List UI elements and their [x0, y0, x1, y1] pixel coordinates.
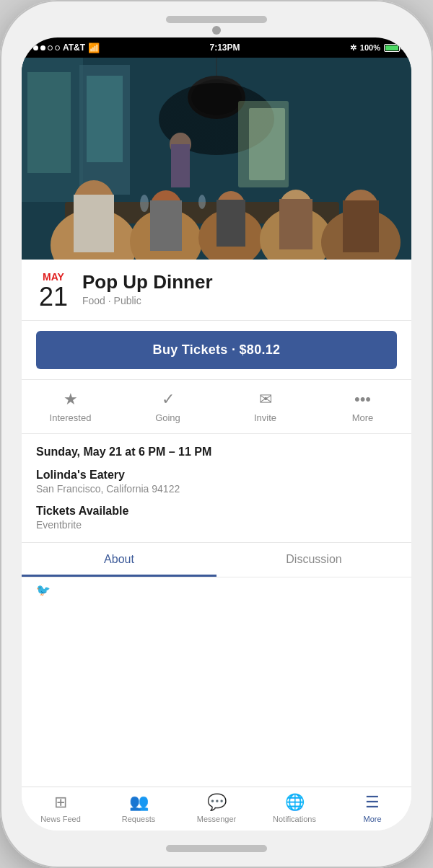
status-bar: AT&T 📶 7:13PM ✲ 100% [22, 37, 411, 58]
messenger-icon: 💬 [207, 793, 227, 812]
dot3 [48, 45, 53, 50]
dot1 [33, 45, 38, 50]
notifications-label: Notifications [273, 815, 316, 823]
event-header: MAY 21 Pop Up Dinner Food · Public [22, 260, 411, 321]
event-location: Lolinda's Eatery San Francisco, Californ… [36, 469, 397, 495]
tickets-provider: Eventbrite [36, 519, 397, 531]
messenger-label: Messenger [197, 815, 236, 823]
status-left: AT&T 📶 [33, 43, 100, 53]
tab-about[interactable]: About [22, 543, 216, 577]
more-actions-label: More [352, 412, 374, 423]
more-icon: ☰ [365, 793, 380, 812]
battery-fill [385, 45, 398, 50]
status-right: ✲ 100% [350, 43, 400, 53]
event-meta: Food · Public [82, 295, 397, 306]
event-date-block: MAY 21 [36, 271, 71, 311]
nav-requests[interactable]: 👥 Requests [110, 793, 167, 823]
ellipsis-icon: ••• [354, 390, 371, 409]
phone-top-bar [166, 16, 267, 23]
event-info: Pop Up Dinner Food · Public [82, 271, 397, 306]
invite-label: Invite [254, 412, 276, 423]
event-day: 21 [36, 283, 71, 311]
nav-notifications[interactable]: 🌐 Notifications [266, 793, 323, 823]
tickets-title: Tickets Available [36, 505, 397, 518]
notifications-icon: 🌐 [285, 793, 305, 812]
event-month: MAY [36, 271, 71, 283]
event-content[interactable]: MAY 21 Pop Up Dinner Food · Public Buy T… [22, 260, 411, 787]
signal-dots [33, 45, 60, 50]
envelope-icon: ✉ [259, 390, 272, 409]
restaurant-scene-svg [22, 58, 411, 260]
bird-decoration: 🐦 [22, 577, 411, 597]
more-actions-button[interactable]: ••• More [334, 390, 392, 423]
event-tickets: Tickets Available Eventbrite [36, 505, 397, 531]
check-icon: ✓ [162, 390, 175, 409]
more-nav-label: More [363, 815, 381, 823]
content-tabs: About Discussion [22, 543, 411, 577]
nav-more[interactable]: ☰ More [344, 793, 401, 823]
going-button[interactable]: ✓ Going [139, 390, 197, 423]
phone-camera [212, 26, 221, 35]
bottom-nav: ⊞ News Feed 👥 Requests 💬 Messenger 🌐 Not… [22, 787, 411, 831]
svg-rect-31 [22, 58, 411, 260]
tab-discussion-label: Discussion [286, 553, 341, 565]
actions-row: ★ Interested ✓ Going ✉ Invite ••• More [22, 380, 411, 434]
tab-discussion[interactable]: Discussion [216, 543, 411, 577]
dot2 [40, 45, 45, 50]
phone-screen: AT&T 📶 7:13PM ✲ 100% [22, 37, 411, 831]
venue-name: Lolinda's Eatery [36, 469, 397, 482]
carrier-label: AT&T [63, 43, 85, 53]
nav-newsfeed[interactable]: ⊞ News Feed [32, 793, 89, 823]
tab-about-label: About [104, 553, 134, 565]
nav-messenger[interactable]: 💬 Messenger [188, 793, 245, 823]
event-datetime: Sunday, May 21 at 6 PM – 11 PM [36, 446, 397, 459]
battery-percent: 100% [360, 43, 380, 52]
venue-address: San Francisco, California 94122 [36, 483, 397, 495]
buy-tickets-button[interactable]: Buy Tickets · $80.12 [36, 331, 397, 369]
invite-button[interactable]: ✉ Invite [237, 390, 294, 423]
bluetooth-icon: ✲ [350, 43, 357, 53]
newsfeed-icon: ⊞ [54, 793, 67, 812]
interested-button[interactable]: ★ Interested [42, 390, 100, 423]
battery-icon [384, 44, 400, 52]
event-title: Pop Up Dinner [82, 271, 397, 293]
phone-bottom-bar [166, 845, 267, 852]
requests-label: Requests [122, 815, 155, 823]
phone-frame: AT&T 📶 7:13PM ✲ 100% [0, 0, 433, 868]
wifi-icon: 📶 [88, 43, 100, 53]
buy-tickets-section: Buy Tickets · $80.12 [22, 321, 411, 380]
requests-icon: 👥 [129, 793, 149, 812]
interested-label: Interested [50, 412, 92, 423]
event-hero-image [22, 58, 411, 260]
going-label: Going [155, 412, 180, 423]
newsfeed-label: News Feed [40, 815, 81, 823]
time-label: 7:13PM [209, 43, 240, 53]
event-details: Sunday, May 21 at 6 PM – 11 PM Lolinda's… [22, 434, 411, 543]
datetime-text: Sunday, May 21 at 6 PM – 11 PM [36, 446, 397, 459]
bird-icon: 🐦 [36, 584, 51, 596]
star-icon: ★ [64, 390, 78, 409]
dot4 [55, 45, 60, 50]
